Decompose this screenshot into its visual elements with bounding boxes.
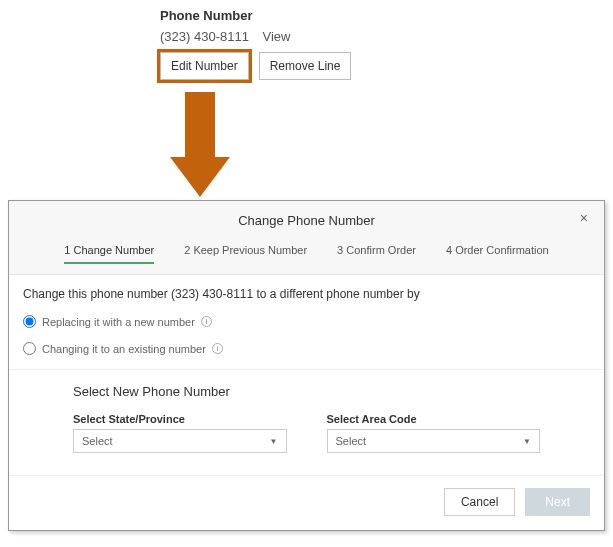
select-new-number-title: Select New Phone Number [73,384,540,399]
area-label: Select Area Code [327,413,541,425]
cancel-button[interactable]: Cancel [444,488,515,516]
option-existing-radio[interactable] [23,342,36,355]
step-order-confirmation[interactable]: 4 Order Confirmation [446,244,549,264]
close-icon[interactable]: × [574,209,594,227]
phone-number-label: Phone Number [160,8,613,23]
state-select-value: Select [82,435,113,447]
phone-number-value: (323) 430-8111 [160,29,249,44]
chevron-down-icon: ▼ [270,437,278,446]
state-label: Select State/Province [73,413,287,425]
edit-number-button[interactable]: Edit Number [160,52,249,80]
option-existing-label: Changing it to an existing number [42,343,206,355]
chevron-down-icon: ▼ [523,437,531,446]
step-keep-previous[interactable]: 2 Keep Previous Number [184,244,307,264]
step-change-number[interactable]: 1 Change Number [64,244,154,264]
step-confirm-order[interactable]: 3 Confirm Order [337,244,416,264]
area-code-select[interactable]: Select ▼ [327,429,541,453]
change-prompt: Change this phone number (323) 430-8111 … [23,287,590,301]
annotation-arrow [170,92,230,197]
option-replace-label: Replacing it with a new number [42,316,195,328]
next-button[interactable]: Next [525,488,590,516]
view-link[interactable]: View [263,29,291,44]
dialog-title: Change Phone Number [9,201,604,238]
info-icon[interactable]: i [201,316,212,327]
remove-line-button[interactable]: Remove Line [259,52,352,80]
option-replace-radio[interactable] [23,315,36,328]
area-code-select-value: Select [336,435,367,447]
option-replace-row[interactable]: Replacing it with a new number i [23,315,590,328]
state-select[interactable]: Select ▼ [73,429,287,453]
option-existing-row[interactable]: Changing it to an existing number i [23,342,590,355]
info-icon[interactable]: i [212,343,223,354]
change-phone-dialog: Change Phone Number × 1 Change Number 2 … [8,200,605,531]
